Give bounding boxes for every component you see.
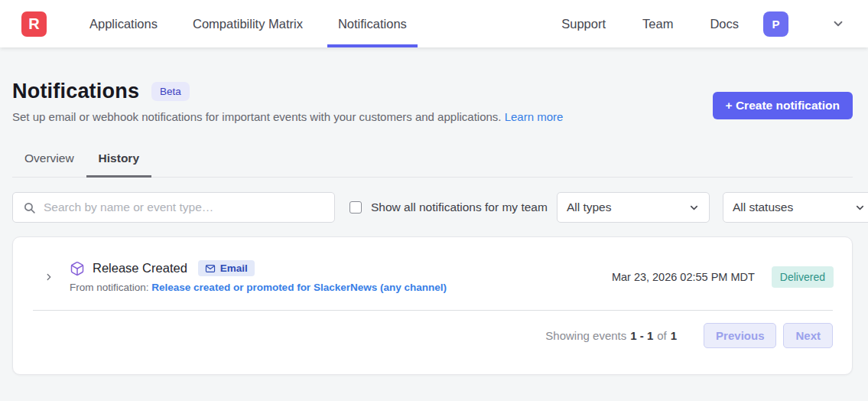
nav-item-compatibility-matrix[interactable]: Compatibility Matrix — [182, 0, 314, 47]
title-line: Notifications Beta — [12, 80, 563, 103]
next-button[interactable]: Next — [783, 323, 833, 348]
event-right: Mar 23, 2026 02:55 PM MDT Delivered — [612, 266, 834, 288]
user-avatar[interactable]: P — [763, 11, 788, 37]
events-card: Release Created Email From notification:… — [12, 236, 853, 375]
status-badge: Delivered — [772, 266, 834, 288]
search-icon — [23, 201, 36, 214]
status-filter-value: All statuses — [733, 200, 793, 214]
team-filter-checkbox[interactable] — [349, 201, 362, 214]
nav-item-team[interactable]: Team — [642, 17, 673, 31]
event-source-link[interactable]: Release created or promoted for SlackerN… — [151, 282, 447, 293]
tab-history[interactable]: History — [86, 144, 151, 178]
chevron-down-icon — [688, 202, 700, 214]
nav-item-applications[interactable]: Applications — [79, 0, 168, 47]
showing-total: 1 — [671, 329, 677, 342]
notifications-page: Notifications Beta Set up email or webho… — [0, 80, 868, 375]
event-title-line: Release Created Email — [70, 260, 447, 276]
showing-of: of — [657, 329, 667, 342]
type-filter-select[interactable]: All types — [557, 192, 710, 223]
event-from-label: From notification: — [70, 282, 149, 293]
team-filter-label[interactable]: Show all notifications for my team — [371, 200, 548, 214]
nav-item-notifications[interactable]: Notifications — [327, 0, 418, 47]
beta-badge: Beta — [151, 82, 190, 101]
top-nav: R Applications Compatibility Matrix Noti… — [0, 0, 868, 47]
event-main: Release Created Email From notification:… — [70, 260, 447, 293]
primary-nav: Applications Compatibility Matrix Notifi… — [79, 0, 431, 47]
learn-more-link[interactable]: Learn more — [505, 110, 564, 123]
filter-bar: Show all notifications for my team All t… — [12, 192, 853, 223]
divider — [33, 310, 833, 311]
event-row: Release Created Email From notification:… — [13, 260, 852, 293]
replicated-logo-icon[interactable]: R — [21, 11, 47, 37]
channel-badge-label: Email — [220, 262, 248, 274]
event-timestamp: Mar 23, 2026 02:55 PM MDT — [612, 271, 755, 283]
search-input[interactable] — [44, 200, 324, 214]
page-description-text: Set up email or webhook notifications fo… — [12, 110, 502, 123]
type-filter-value: All types — [567, 200, 612, 214]
package-icon — [70, 261, 85, 276]
tab-overview[interactable]: Overview — [12, 144, 86, 178]
previous-button[interactable]: Previous — [704, 323, 776, 348]
pagination-summary: Showing events 1 - 1 of 1 — [545, 329, 677, 342]
showing-prefix: Showing events — [545, 329, 626, 342]
pagination: Showing events 1 - 1 of 1 Previous Next — [13, 323, 852, 348]
nav-item-support[interactable]: Support — [561, 17, 606, 31]
channel-badge: Email — [198, 260, 255, 276]
secondary-nav: Support Team Docs P — [561, 0, 845, 47]
chevron-down-icon — [854, 202, 866, 214]
status-filter-select[interactable]: All statuses — [723, 192, 868, 223]
search-box — [12, 192, 335, 223]
create-notification-button[interactable]: + Create notification — [713, 92, 853, 119]
page-description: Set up email or webhook notifications fo… — [12, 110, 563, 123]
event-title: Release Created — [93, 261, 187, 275]
page-head-left: Notifications Beta Set up email or webho… — [12, 80, 563, 123]
app-window: R Applications Compatibility Matrix Noti… — [0, 0, 868, 401]
nav-item-docs[interactable]: Docs — [710, 17, 739, 31]
envelope-icon — [205, 263, 216, 274]
chevron-down-icon[interactable] — [831, 17, 845, 31]
page-title: Notifications — [12, 80, 139, 103]
event-from-line: From notification: Release created or pr… — [70, 282, 447, 293]
tab-bar: Overview History — [12, 144, 853, 178]
showing-range: 1 - 1 — [630, 329, 653, 342]
page-head: Notifications Beta Set up email or webho… — [12, 80, 853, 123]
chevron-right-icon[interactable] — [41, 272, 57, 282]
